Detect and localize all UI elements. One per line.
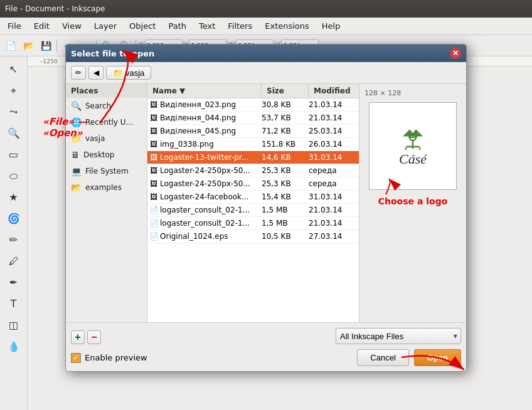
file-icon: 📄 [147,219,160,228]
places-item-vasja[interactable]: 📁 vasja [66,130,147,147]
file-name: logaster_consult_02-1... [160,206,262,214]
places-label-examples: examples [85,183,122,192]
file-row[interactable]: 🖼 img_0338.png 151,8 KB 26.03.14 [147,138,359,151]
file-icon: 🖼 [147,179,160,188]
file-icon: 📄 [147,206,160,214]
file-list-panel: Name ▼ Size Modified 🖼 Виділення_023.png… [147,84,359,322]
file-row[interactable]: 🖼 Logaster-13-twitter-pr... 14,6 KB 31.0… [147,151,359,164]
search-icon: 🔍 [71,101,82,111]
file-size: 10,5 KB [262,232,309,241]
remove-button[interactable]: − [87,330,101,344]
file-icon: 🖼 [147,127,160,135]
places-item-recent[interactable]: 🌐 Recently U... [66,114,147,130]
file-name: img_0338.png [160,140,262,149]
filter-wrapper: All Inkscape Files SVG Files PNG Files A… [336,328,461,344]
file-row[interactable]: 📄 logaster_consult_02-1... 1,5 MB 21.03.… [147,204,359,217]
file-size: 25,3 KB [262,166,309,175]
file-row[interactable]: 🖼 Виділення_044.png 53,7 KB 21.03.14 [147,112,359,125]
file-icon: 📄 [147,232,160,241]
breadcrumb-label: vasja [125,68,144,78]
enable-preview-text: Enable preview [85,353,147,362]
places-item-examples[interactable]: 📂 examples [66,179,147,196]
open-button[interactable]: Open [414,349,461,366]
places-label-vasja: vasja [85,134,105,143]
file-modified: середа [309,179,359,188]
file-list-body: 🖼 Виділення_023.png 30,8 KB 21.03.14 🖼 В… [147,98,359,243]
file-row[interactable]: 📄 logaster_consult_02-1... 1,5 MB 21.03.… [147,217,359,230]
recent-icon: 🌐 [71,117,82,127]
file-size: 30,8 KB [262,100,309,109]
file-modified: 21.03.14 [309,219,359,228]
enable-preview-checkbox[interactable]: ✓ [71,353,81,363]
places-header: Places [66,84,147,98]
file-size: 15,4 KB [262,192,309,201]
places-label-desktop: Desktop [83,150,115,159]
places-label-filesystem: File System [85,167,129,176]
file-size: 71,2 KB [262,127,309,135]
file-row[interactable]: 🖼 Виділення_045.png 71,2 KB 25.03.14 [147,125,359,138]
file-size: 53,7 KB [262,113,309,122]
preview-image: Cásé [369,102,457,190]
dialog-title: Select file to open [71,49,154,58]
file-size: 1,5 MB [262,206,309,214]
desktop-icon: 🖥 [71,150,80,160]
dialog-bottom: + − All Inkscape Files SVG Files PNG Fil… [66,322,466,371]
preview-panel: 128 × 128 [359,84,466,322]
examples-icon: 📂 [71,182,82,192]
enable-preview-label[interactable]: ✓ Enable preview [71,353,147,363]
back-btn[interactable]: ◀ [88,66,104,80]
file-list-header: Name ▼ Size Modified [147,84,359,98]
file-modified: 27.03.14 [309,232,359,241]
file-row[interactable]: 📄 Original_1024.eps 10,5 KB 27.03.14 [147,230,359,243]
dialog-toolbar: ✏ ◀ 📁 vasja [66,62,466,84]
file-open-dialog: Select file to open ✕ ✏ ◀ 📁 vasja Places… [65,44,467,372]
file-size: 1,5 MB [262,219,309,228]
dialog-close-button[interactable]: ✕ [450,48,461,59]
file-row[interactable]: 🖼 Logaster-24-250px-50... 25,3 KB середа [147,177,359,191]
file-modified: 25.03.14 [309,127,359,135]
places-item-search[interactable]: 🔍 Search [66,98,147,114]
choose-label: Choose a logo [378,196,448,206]
col-header-modified[interactable]: Modified [309,84,359,98]
add-button[interactable]: + [71,330,85,344]
file-name: logaster_consult_02-1... [160,219,262,228]
logo-anchor-svg [397,125,428,150]
cancel-button[interactable]: Cancel [357,349,408,366]
file-modified: 21.03.14 [309,113,359,122]
file-icon: 🖼 [147,100,160,109]
file-name: Виділення_045.png [160,127,262,135]
logo-text: Cásé [399,151,427,167]
file-name: Виділення_044.png [160,113,262,122]
places-item-filesystem[interactable]: 💻 File System [66,163,147,179]
filter-select[interactable]: All Inkscape Files SVG Files PNG Files A… [336,328,461,344]
places-label-search: Search [85,102,111,110]
file-name: Logaster-24-250px-50... [160,179,262,188]
places-label-recent: Recently U... [85,118,133,127]
file-size: 14,6 KB [262,153,309,162]
file-row[interactable]: 🖼 Logaster-24-facebook... 15,4 KB 31.03.… [147,191,359,204]
places-item-desktop[interactable]: 🖥 Desktop [66,147,147,163]
preview-size: 128 × 128 [364,89,401,97]
file-row[interactable]: 🖼 Виділення_023.png 30,8 KB 21.03.14 [147,98,359,112]
file-modified: 21.03.14 [309,206,359,214]
file-icon: 🖼 [147,192,160,201]
file-name: Logaster-24-250px-50... [160,166,262,175]
action-buttons: Cancel Open [357,349,461,366]
logo-preview: Cásé [370,103,456,189]
col-header-size[interactable]: Size [262,84,309,98]
vasja-icon: 📁 [71,134,82,144]
file-name: Logaster-24-facebook... [160,192,262,201]
pencil-btn[interactable]: ✏ [71,66,86,80]
file-name: Виділення_023.png [160,100,262,109]
file-name: Logaster-13-twitter-pr... [160,153,262,162]
svg-marker-0 [403,130,422,136]
file-name: Original_1024.eps [160,232,262,241]
file-modified: 31.03.14 [309,153,359,162]
add-remove-row: + − [71,330,101,344]
filesystem-icon: 💻 [71,166,82,176]
file-size: 25,3 KB [262,179,309,188]
breadcrumb-btn[interactable]: 📁 vasja [106,66,151,80]
file-row[interactable]: 🖼 Logaster-24-250px-50... 25,3 KB середа [147,164,359,177]
file-modified: 31.03.14 [309,192,359,201]
col-header-name[interactable]: Name ▼ [147,84,262,98]
